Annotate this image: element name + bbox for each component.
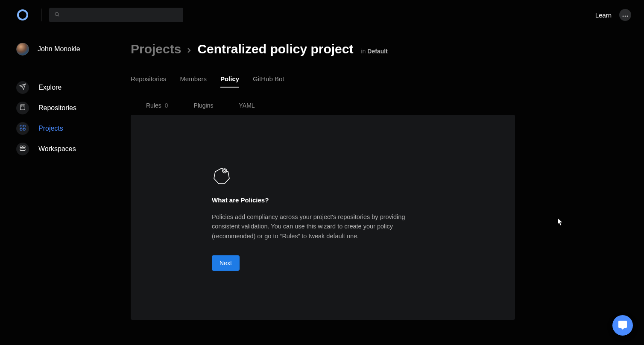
app-logo[interactable]	[16, 9, 29, 21]
breadcrumb-root[interactable]: Projects	[131, 42, 181, 56]
subtab-yaml[interactable]: YAML	[239, 102, 255, 109]
svg-rect-13	[20, 149, 25, 150]
sidebar-item-label: Explore	[38, 84, 61, 91]
paper-plane-icon	[19, 83, 26, 92]
svg-rect-12	[23, 146, 25, 148]
tab-members[interactable]: Members	[180, 75, 207, 88]
learn-link[interactable]: Learn	[595, 12, 612, 19]
panel-heading: What are Policies?	[212, 196, 434, 204]
search-icon	[54, 12, 60, 18]
svg-rect-10	[23, 128, 25, 130]
svg-rect-11	[20, 146, 22, 148]
svg-point-3	[623, 16, 624, 17]
bookmark-icon	[19, 104, 26, 112]
tab-github-bot[interactable]: GitHub Bot	[253, 75, 284, 88]
sidebar-item-projects[interactable]: Projects	[16, 122, 131, 135]
tabs: Repositories Members Policy GitHub Bot	[131, 75, 644, 88]
subtab-label: Plugins	[194, 102, 214, 109]
sidebar: John Monokle Explore	[0, 30, 131, 345]
tab-policy[interactable]: Policy	[220, 75, 239, 88]
subtab-label: Rules	[146, 102, 161, 109]
divider	[41, 9, 41, 21]
chat-icon	[618, 320, 628, 331]
sidebar-item-repositories[interactable]: Repositories	[16, 102, 131, 114]
layers-icon	[19, 145, 26, 153]
sidebar-item-explore[interactable]: Explore	[16, 81, 131, 94]
breadcrumb: Projects Centralized policy project in D…	[131, 42, 644, 56]
svg-rect-7	[20, 125, 22, 127]
grid-icon	[19, 124, 26, 133]
next-button[interactable]: Next	[212, 255, 240, 271]
svg-point-5	[627, 16, 628, 17]
policy-badge-icon	[212, 166, 434, 187]
panel-body: Policies add compliancy across your proj…	[212, 212, 417, 241]
breadcrumb-context: in Default	[361, 48, 387, 55]
tab-repositories[interactable]: Repositories	[131, 75, 166, 88]
chevron-right-icon	[187, 47, 191, 53]
svg-rect-8	[23, 125, 25, 127]
ellipsis-icon	[622, 12, 628, 18]
policy-wizard-panel: What are Policies? Policies add complian…	[131, 115, 515, 320]
more-menu-button[interactable]	[619, 9, 631, 21]
policy-subtabs: Rules 0 Plugins YAML	[131, 102, 644, 109]
rules-count: 0	[165, 102, 168, 109]
avatar	[16, 43, 29, 56]
subtab-label: YAML	[239, 102, 255, 109]
svg-point-4	[625, 16, 626, 17]
main-content: Projects Centralized policy project in D…	[131, 30, 644, 345]
svg-line-2	[58, 15, 59, 16]
sidebar-item-label: Workspaces	[38, 145, 76, 153]
page-title: Centralized policy project	[197, 42, 353, 56]
svg-point-0	[18, 10, 27, 20]
search-input[interactable]	[63, 12, 178, 18]
username: John Monokle	[38, 45, 80, 53]
svg-point-1	[55, 12, 59, 16]
topbar: Learn	[0, 0, 644, 30]
sidebar-item-label: Repositories	[38, 104, 76, 112]
sidebar-item-workspaces[interactable]: Workspaces	[16, 143, 131, 155]
subtab-plugins[interactable]: Plugins	[194, 102, 214, 109]
subtab-rules[interactable]: Rules 0	[146, 102, 168, 109]
sidebar-item-label: Projects	[38, 125, 63, 132]
user-block[interactable]: John Monokle	[16, 43, 131, 56]
search-box[interactable]	[49, 8, 183, 22]
svg-rect-9	[20, 128, 22, 130]
svg-rect-6	[20, 105, 25, 110]
chat-fab[interactable]	[612, 315, 633, 336]
